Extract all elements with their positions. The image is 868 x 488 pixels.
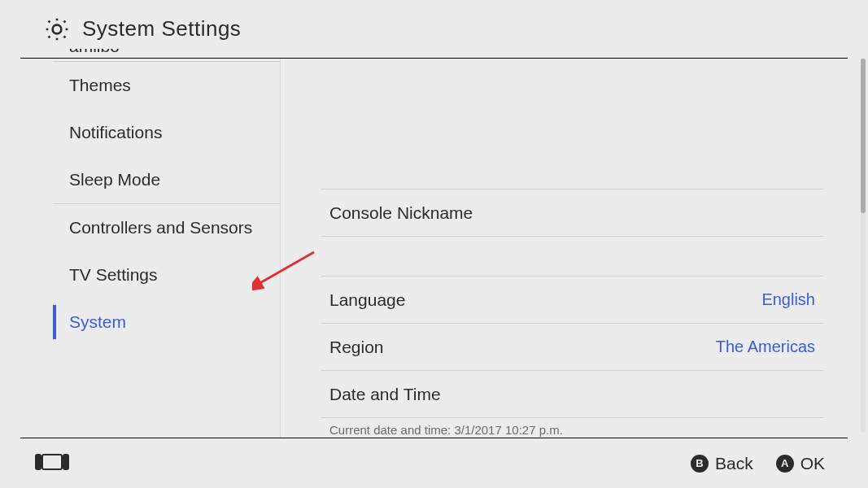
console-icon [35, 454, 69, 473]
sidebar-item-themes[interactable]: Themes [53, 62, 280, 109]
sidebar-item-label: System [69, 312, 126, 331]
a-button-icon: A [776, 455, 794, 473]
sidebar-item-amiibo[interactable]: amiibo [53, 49, 280, 62]
sidebar-item-system[interactable]: System [53, 298, 280, 346]
svg-point-0 [53, 24, 62, 33]
b-button-icon: B [691, 455, 709, 473]
sidebar-item-label: Sleep Mode [69, 170, 160, 189]
setting-label: Region [329, 338, 384, 357]
sidebar-item-label: Controllers and Sensors [69, 218, 252, 237]
svg-rect-2 [42, 455, 62, 469]
setting-console-nickname[interactable]: Console Nickname [321, 189, 823, 236]
setting-label: Console Nickname [329, 203, 473, 223]
sidebar-item-label: Notifications [69, 123, 162, 142]
content-area: Console Nickname Language English Region… [281, 59, 848, 438]
footer-bar: B Back A OK [20, 438, 848, 488]
gear-icon [43, 15, 71, 43]
screen: System Settings amiibo Themes Notificati… [0, 0, 868, 488]
sidebar-item-label: TV Settings [69, 265, 158, 284]
scrollbar-thumb[interactable] [861, 59, 866, 213]
sidebar-item-sleep-mode[interactable]: Sleep Mode [53, 156, 280, 203]
svg-rect-3 [63, 454, 69, 470]
sidebar-item-label: Themes [69, 76, 131, 94]
setting-label: Date and Time [329, 385, 441, 404]
sidebar-item-notifications[interactable]: Notifications [53, 109, 280, 156]
sidebar-item-tv-settings[interactable]: TV Settings [53, 251, 280, 298]
sidebar-scroll: amiibo Themes Notifications Sleep Mode C… [53, 49, 280, 346]
sidebar-item-label: amiibo [69, 49, 120, 54]
footer-right: B Back A OK [691, 454, 825, 473]
b-button-guide[interactable]: B Back [691, 454, 753, 473]
sidebar: amiibo Themes Notifications Sleep Mode C… [20, 59, 281, 438]
setting-language[interactable]: Language English [321, 276, 823, 323]
body: amiibo Themes Notifications Sleep Mode C… [20, 59, 848, 438]
setting-label: Language [329, 290, 405, 310]
date-time-subtext: Current date and time: 3/1/2017 10:27 p.… [321, 417, 823, 437]
setting-date-and-time[interactable]: Date and Time [321, 370, 823, 417]
setting-value: The Americas [716, 338, 815, 356]
a-button-guide[interactable]: A OK [776, 454, 825, 473]
setting-region[interactable]: Region The Americas [321, 323, 823, 370]
svg-rect-1 [35, 454, 41, 470]
b-button-label: Back [715, 454, 753, 473]
content-inner: Console Nickname Language English Region… [321, 59, 823, 437]
a-button-label: OK [800, 454, 825, 473]
page-title: System Settings [82, 16, 241, 41]
setting-gap [321, 236, 823, 276]
sidebar-item-controllers-and-sensors[interactable]: Controllers and Sensors [53, 204, 280, 251]
setting-value: English [761, 290, 815, 309]
